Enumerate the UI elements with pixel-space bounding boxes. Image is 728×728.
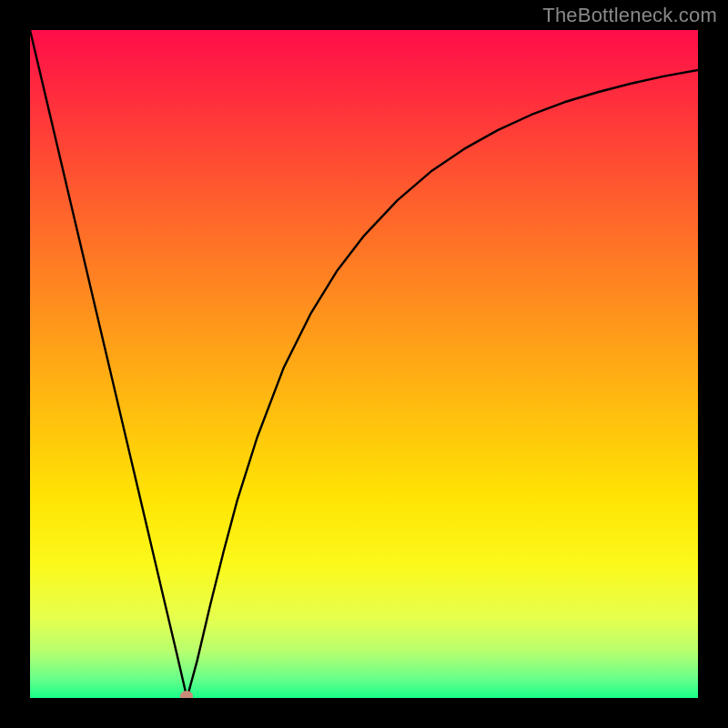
plot-area	[30, 30, 698, 698]
curve-overlay	[30, 30, 698, 698]
bottleneck-curve	[30, 30, 698, 698]
minimum-marker	[180, 691, 193, 698]
watermark-text: TheBottleneck.com	[542, 4, 717, 27]
chart-frame: TheBottleneck.com	[0, 0, 728, 728]
